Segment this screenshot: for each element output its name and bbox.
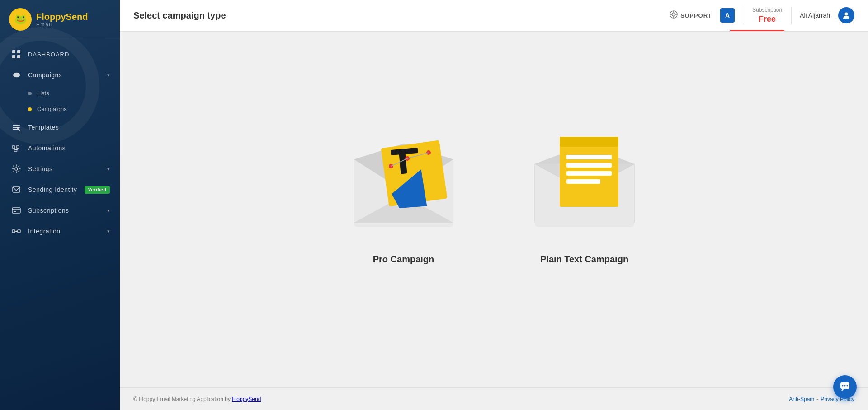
svg-rect-44 (560, 137, 618, 147)
header-avatar[interactable]: A (720, 8, 735, 23)
support-button[interactable]: SUPPORT (670, 10, 712, 20)
sidebar-item-automations[interactable]: Automations (0, 138, 120, 158)
sidebar-item-campaigns-sub[interactable]: Campaigns (0, 101, 120, 117)
sidebar-item-label: Settings (28, 165, 53, 172)
svg-rect-22 (18, 230, 20, 233)
sidebar-logo[interactable]: 🐸 FloppySend Email (0, 0, 120, 39)
header-right: SUPPORT A Subscription Free Ali Aljarrah (670, 7, 854, 24)
plain-campaign-image (521, 119, 648, 245)
sidebar-item-templates[interactable]: Templates (0, 117, 120, 138)
footer-brand-link[interactable]: FloppySend (232, 396, 261, 402)
dashboard-icon (10, 50, 23, 59)
footer-copyright: © Floppy Email Marketing Application by … (133, 396, 261, 402)
svg-rect-18 (12, 208, 20, 213)
sidebar-item-settings[interactable]: Settings ▾ (0, 158, 120, 179)
svg-rect-46 (566, 163, 612, 168)
main-area: Select campaign type SUPPORT A Sub (120, 0, 868, 410)
svg-rect-1 (17, 50, 20, 53)
subscription-value: Free (759, 14, 776, 24)
sidebar-item-label: DASHBOARD (28, 51, 69, 58)
user-name[interactable]: Ali Aljarrah (800, 12, 830, 19)
sidebar-item-label: Templates (28, 124, 59, 131)
svg-rect-48 (566, 179, 600, 184)
dot-icon (28, 92, 32, 95)
support-icon (670, 10, 678, 20)
anti-spam-link[interactable]: Anti-Spam (789, 396, 814, 402)
svg-rect-10 (12, 146, 15, 148)
svg-point-24 (16, 231, 17, 232)
sending-identity-icon (10, 185, 23, 194)
brand-name: FloppySend (36, 12, 88, 22)
svg-point-4 (19, 74, 20, 76)
svg-rect-45 (566, 155, 612, 159)
svg-rect-20 (14, 211, 16, 212)
svg-rect-21 (12, 230, 15, 233)
automations-icon (10, 144, 23, 153)
chevron-down-icon: ▾ (107, 72, 110, 78)
logo-text: FloppySend Email (36, 12, 88, 27)
logo-icon: 🐸 (9, 8, 32, 31)
sidebar-item-label: Sending Identity (28, 186, 77, 193)
campaign-cards: Pro Campaign (340, 119, 648, 274)
header: Select campaign type SUPPORT A Sub (120, 0, 868, 32)
svg-rect-2 (12, 55, 15, 58)
subscription-underline (730, 30, 784, 31)
sidebar-item-label: Campaigns (28, 71, 62, 79)
sidebar-item-integration[interactable]: Integration ▾ (0, 221, 120, 242)
svg-point-16 (15, 168, 18, 170)
verified-badge: Verified (85, 186, 110, 194)
campaigns-icon (10, 70, 23, 79)
sidebar-item-label: Lists (37, 90, 49, 97)
svg-rect-3 (17, 55, 20, 58)
plain-campaign-label: Plain Text Campaign (540, 254, 628, 265)
chevron-down-icon: ▾ (107, 228, 110, 234)
subscriptions-icon (10, 206, 23, 215)
plain-campaign-card[interactable]: Plain Text Campaign (521, 119, 648, 265)
pro-campaign-image (340, 119, 467, 245)
svg-point-26 (672, 13, 675, 16)
page-title: Select campaign type (133, 10, 670, 21)
sidebar-item-sending-identity[interactable]: Sending Identity Verified (0, 179, 120, 200)
subscription-label: Subscription (752, 7, 782, 14)
sub-brand: Email (36, 22, 88, 27)
pro-campaign-label: Pro Campaign (373, 254, 434, 265)
dot-active-icon (28, 107, 32, 111)
sidebar-item-label: Automations (28, 144, 66, 152)
svg-point-50 (842, 385, 844, 387)
svg-rect-11 (16, 146, 19, 148)
chevron-down-icon: ▾ (107, 166, 110, 172)
pro-campaign-card[interactable]: Pro Campaign (340, 119, 467, 265)
user-avatar[interactable] (838, 7, 854, 23)
svg-rect-0 (12, 50, 15, 53)
sidebar-item-campaigns[interactable]: Campaigns ▾ (0, 65, 120, 85)
chevron-down-icon: ▾ (107, 208, 110, 214)
sidebar-item-label: Integration (28, 228, 61, 235)
sidebar-nav: DASHBOARD Campaigns ▾ Lists Campaigns (0, 39, 120, 410)
support-label: SUPPORT (680, 12, 712, 19)
footer: © Floppy Email Marketing Application by … (120, 387, 868, 410)
sidebar-item-label: Subscriptions (28, 207, 69, 214)
svg-point-31 (845, 13, 848, 16)
settings-icon (10, 164, 23, 173)
svg-point-52 (847, 385, 848, 387)
svg-rect-47 (566, 171, 612, 176)
svg-point-51 (844, 385, 846, 387)
templates-icon (10, 123, 23, 132)
content-area: Pro Campaign (120, 32, 868, 387)
sidebar-item-subscriptions[interactable]: Subscriptions ▾ (0, 200, 120, 221)
integration-icon (10, 227, 23, 236)
sidebar-item-label: Campaigns (37, 106, 67, 112)
subscription-area[interactable]: Subscription Free (743, 7, 792, 24)
chat-button[interactable] (833, 375, 857, 399)
sidebar-item-dashboard[interactable]: DASHBOARD (0, 44, 120, 65)
sidebar: 🐸 FloppySend Email DASHBOARD (0, 0, 120, 410)
sidebar-item-lists[interactable]: Lists (0, 85, 120, 101)
